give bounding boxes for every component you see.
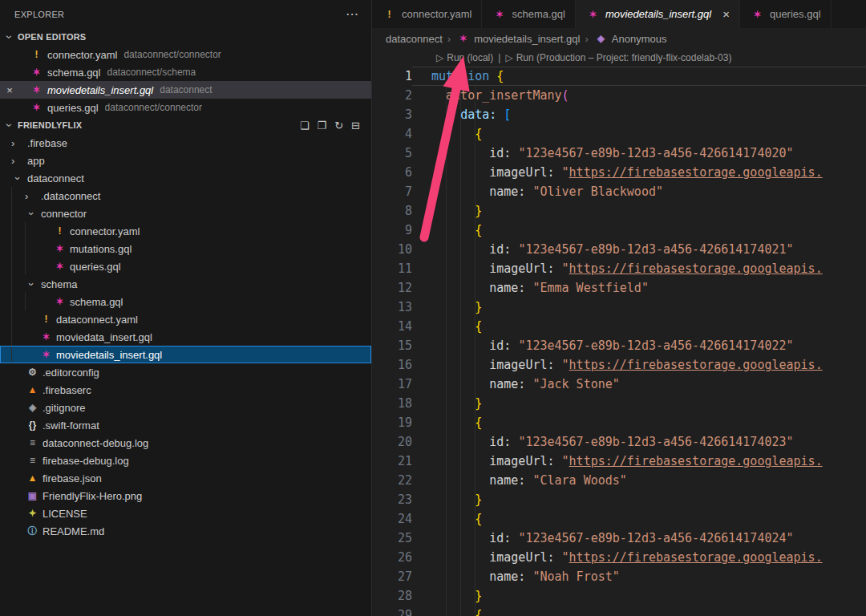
tree-file-firebase.json[interactable]: ▲firebase.json [0, 469, 371, 487]
tab-schema.gql[interactable]: ✶schema.gql [482, 0, 575, 28]
line-number: 15 [372, 336, 412, 355]
more-actions-icon[interactable]: ⋯ [346, 6, 358, 22]
code-line-27[interactable]: 27 name: "Noah Frost" [372, 567, 866, 586]
tree-file-FriendlyFlix-Hero.png[interactable]: ▣FriendlyFlix-Hero.png [0, 487, 371, 505]
close-icon[interactable]: × [2, 84, 18, 96]
run-production-link[interactable]: ▷ Run (Production – Project: friendly-fl… [505, 52, 731, 63]
code-line-19[interactable]: 19 { [372, 413, 866, 432]
code-line-15[interactable]: 15 id: "123e4567-e89b-12d3-a456-42661417… [372, 336, 866, 355]
code-line-9[interactable]: 9 { [372, 221, 866, 240]
code-line-1[interactable]: 1mutation { [372, 67, 866, 86]
workspace-section-header[interactable]: › FRIENDLYFLIX ❏❐↻⊟ [0, 116, 371, 134]
code-line-28[interactable]: 28 } [372, 586, 866, 606]
code-text: id: "123e4567-e89b-12d3-a456-42661417402… [412, 336, 866, 355]
tree-file-.firebaserc[interactable]: ▲.firebaserc [0, 381, 371, 399]
tree-file-.editorconfig[interactable]: ⚙.editorconfig [0, 363, 371, 381]
code-line-29[interactable]: 29 { [372, 606, 866, 616]
code-line-4[interactable]: 4 { [372, 124, 866, 144]
tree-file-README.md[interactable]: ⓘREADME.md [0, 522, 371, 540]
code-line-7[interactable]: 7 name: "Oliver Blackwood" [372, 182, 866, 201]
code-token: name: [489, 281, 525, 295]
tree-file-schema.gql[interactable]: ✶schema.gql [0, 293, 371, 310]
code-text: id: "123e4567-e89b-12d3-a456-42661417402… [412, 240, 866, 259]
line-number: 21 [372, 452, 412, 471]
tree-folder-connector[interactable]: ›connector [0, 205, 371, 222]
open-editors-section-header[interactable]: › OPEN EDITORS [0, 28, 371, 46]
code-line-18[interactable]: 18 } [372, 394, 866, 413]
graphql-icon: ✶ [38, 349, 54, 360]
breadcrumb-label: moviedetails_insert.gql [474, 33, 580, 45]
code-token: id: [489, 531, 511, 545]
close-icon[interactable]: × [722, 8, 730, 20]
code-line-17[interactable]: 17 name: "Jack Stone" [372, 375, 866, 394]
code-line-5[interactable]: 5 id: "123e4567-e89b-12d3-a456-426614174… [372, 144, 866, 163]
tree-file-moviedetails_insert.gql[interactable]: ✶moviedetails_insert.gql [0, 346, 371, 363]
code-line-2[interactable]: 2 actor_insertMany( [372, 86, 866, 105]
code-token: "123e4567-e89b-12d3-a456-426614174021" [518, 242, 793, 257]
tree-file-dataconnect.yaml[interactable]: !dataconnect.yaml [0, 310, 371, 328]
new-file-icon[interactable]: ❏ [300, 120, 310, 132]
tree-file-firebase-debug.log[interactable]: ≡firebase-debug.log [0, 452, 371, 469]
code-line-16[interactable]: 16 imageUrl: "https://firebasestorage.go… [372, 355, 866, 375]
code-line-10[interactable]: 10 id: "123e4567-e89b-12d3-a456-42661417… [372, 240, 866, 259]
open-editor-item[interactable]: ×✶moviedetails_insert.gqldataconnect [0, 81, 371, 99]
tab-connector.yaml[interactable]: !connector.yaml [372, 0, 482, 28]
tab-queries.gql[interactable]: ✶queries.gql [740, 0, 832, 28]
code-line-23[interactable]: 23 } [372, 490, 866, 509]
code-token: { [475, 512, 482, 526]
refresh-explorer-icon[interactable]: ↻ [334, 120, 343, 132]
code-text: { [412, 413, 866, 432]
tree-file-dataconnect-debug.log[interactable]: ≡dataconnect-debug.log [0, 434, 371, 452]
tree-file-.swift-format[interactable]: {}.swift-format [0, 416, 371, 434]
open-editor-item[interactable]: ×✶queries.gqldataconnect/connector [0, 99, 371, 116]
code-line-3[interactable]: 3 data: [ [372, 105, 866, 124]
tree-folder-.dataconnect[interactable]: ›.dataconnect [0, 187, 371, 205]
graphql-icon: ✶ [455, 33, 471, 44]
open-editor-item[interactable]: ×✶schema.gqldataconnect/schema [0, 63, 371, 81]
code-line-14[interactable]: 14 { [372, 317, 866, 336]
code-token [431, 377, 489, 391]
tree-file-.gitignore[interactable]: ◈.gitignore [0, 399, 371, 416]
tree-file-moviedata_insert.gql[interactable]: ✶moviedata_insert.gql [0, 328, 371, 346]
code-text: { [412, 509, 866, 529]
code-editor[interactable]: 1mutation {2 actor_insertMany(3 data: [4… [372, 67, 866, 616]
code-line-12[interactable]: 12 name: "Emma Westfield" [372, 278, 866, 298]
indent-guide [11, 328, 25, 346]
code-line-13[interactable]: 13 } [372, 298, 866, 317]
code-line-11[interactable]: 11 imageUrl: "https://firebasestorage.go… [372, 259, 866, 278]
log-icon: ≡ [25, 437, 40, 448]
tree-folder-app[interactable]: ›app [0, 152, 371, 169]
indent-guide [25, 257, 38, 275]
code-line-21[interactable]: 21 imageUrl: "https://firebasestorage.go… [372, 452, 866, 471]
breadcrumb-item[interactable]: ✶moviedetails_insert.gql [455, 33, 580, 45]
code-token [431, 223, 475, 237]
new-folder-icon[interactable]: ❐ [318, 120, 327, 132]
breadcrumb-item[interactable]: ◈Anonymous [593, 33, 667, 45]
tree-folder-.firebase[interactable]: ›.firebase [0, 134, 371, 152]
tree-file-connector.yaml[interactable]: !connector.yaml [0, 222, 371, 240]
code-line-20[interactable]: 20 id: "123e4567-e89b-12d3-a456-42661417… [372, 432, 866, 452]
tree-file-queries.gql[interactable]: ✶queries.gql [0, 257, 371, 275]
code-line-22[interactable]: 22 name: "Clara Woods" [372, 471, 866, 490]
code-line-24[interactable]: 24 { [372, 509, 866, 529]
log-icon: ≡ [25, 455, 40, 466]
run-local-link[interactable]: ▷ Run (local) [436, 52, 493, 63]
tree-file-LICENSE[interactable]: ✦LICENSE [0, 505, 371, 522]
code-line-6[interactable]: 6 imageUrl: "https://firebasestorage.goo… [372, 163, 866, 182]
code-line-25[interactable]: 25 id: "123e4567-e89b-12d3-a456-42661417… [372, 529, 866, 548]
tree-folder-dataconnect[interactable]: ›dataconnect [0, 169, 371, 187]
open-editor-item[interactable]: ×!connector.yamldataconnect/connector [0, 46, 371, 63]
chevron-down-icon: › [3, 30, 16, 43]
tab-moviedetails_insert.gql[interactable]: ✶moviedetails_insert.gql× [576, 0, 740, 28]
code-line-26[interactable]: 26 imageUrl: "https://firebasestorage.go… [372, 548, 866, 567]
breadcrumb-item[interactable]: dataconnect [386, 33, 443, 45]
tree-folder-schema[interactable]: ›schema [0, 275, 371, 293]
line-number: 29 [372, 606, 412, 616]
code-line-8[interactable]: 8 } [372, 201, 866, 221]
tree-file-mutations.gql[interactable]: ✶mutations.gql [0, 240, 371, 257]
chevron-down-icon: › [26, 278, 38, 291]
collapse-folders-icon[interactable]: ⊟ [351, 120, 360, 132]
code-token: { [475, 223, 482, 237]
codelens-separator: | [498, 52, 500, 63]
code-text: name: "Noah Frost" [412, 567, 866, 586]
